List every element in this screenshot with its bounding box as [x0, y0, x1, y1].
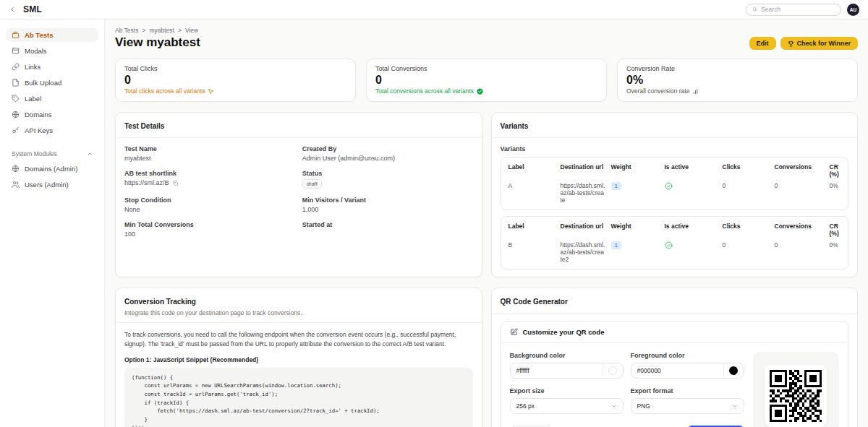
panel-title: Test Details [124, 122, 164, 130]
field-value [302, 230, 473, 238]
sidebar-item-label: API Keys [25, 126, 53, 134]
option1-code-block[interactable]: (function() { const urlParams = new URLS… [124, 368, 473, 427]
field-label: Export format [631, 387, 744, 394]
copy-icon[interactable] [172, 180, 179, 186]
field-label: Test Name [124, 145, 295, 152]
sidebar-item-domains-admin[interactable]: Domains (Admin) [6, 162, 98, 176]
field-label: Status [302, 170, 473, 177]
column-header: Label [509, 223, 558, 237]
app-logo: SML [23, 4, 42, 14]
field-started-at: Started at [302, 221, 473, 238]
field-min-conversions: Min Total Conversions 100 [124, 221, 295, 238]
column-header: Clicks [723, 163, 772, 178]
column-header: Weight [611, 163, 662, 178]
export-size-value: 256 px [516, 402, 535, 410]
section-label: System Modules [12, 150, 57, 158]
weight-badge: 1 [611, 241, 621, 249]
sidebar-item-label: Users (Admin) [25, 181, 69, 189]
stat-card-total-clicks: Total Clicks 0 Total clicks across all v… [115, 59, 356, 102]
field-stop-condition: Stop Condition None [124, 197, 295, 213]
avatar[interactable]: AU [847, 4, 859, 16]
shortlink-url: https://sml.az/B [124, 179, 169, 186]
qr-generator-panel: QR Code Generator Customize your QR code [491, 288, 859, 427]
trophy-icon [788, 40, 794, 47]
stat-label: Conversion Rate [626, 65, 848, 72]
field-test-name: Test Name myabtest [124, 145, 295, 162]
sidebar-item-domains[interactable]: Domains [6, 108, 98, 121]
chevron-down-icon [611, 403, 617, 409]
check-for-winner-button[interactable]: Check for Winner [780, 37, 858, 50]
field-label: Export size [510, 387, 624, 394]
column-header: Clicks [723, 223, 772, 237]
qr-card-title: Customize your QR code [523, 328, 605, 336]
foreground-color-field: Foreground color [631, 352, 744, 379]
chevron-down-icon [732, 403, 738, 409]
key-icon [12, 126, 20, 134]
variant-destination-url: https://dash.sml.az/ab-tests/create [561, 182, 608, 204]
qr-code-preview [765, 365, 827, 427]
qr-preview-area [753, 352, 840, 427]
sidebar-item-users-admin[interactable]: Users (Admin) [6, 178, 98, 191]
sidebar-item-label: Modals [25, 47, 47, 55]
conversion-tracking-panel: Conversion Tracking Integrate this code … [115, 288, 482, 427]
background-color-input[interactable] [511, 367, 603, 374]
search-box[interactable] [746, 4, 841, 16]
background-color-swatch[interactable] [603, 363, 623, 378]
field-label: Background color [510, 352, 624, 359]
breadcrumb-view: View [185, 27, 198, 34]
option1-label: Option 1: JavaScript Snippet (Recommende… [124, 356, 473, 363]
column-header: Is active [665, 223, 720, 237]
test-details-panel: Test Details Test Name myabtest Created … [115, 112, 482, 277]
chevron-left-icon [9, 6, 16, 13]
sidebar-item-label: Domains (Admin) [25, 165, 77, 173]
column-header: Label [509, 163, 558, 178]
tracking-intro: To track conversions, you need to call t… [124, 330, 473, 349]
sidebar-item-ab-tests[interactable]: Ab Tests [6, 28, 98, 42]
column-header: CR (%) [830, 223, 841, 237]
variant-cr: 0% [830, 182, 841, 204]
breadcrumb-myabtest[interactable]: myabtest [149, 27, 174, 34]
sidebar-section-system-modules[interactable]: System Modules [6, 147, 98, 160]
sidebar-item-label: Bulk Upload [25, 79, 61, 87]
foreground-color-input[interactable] [631, 367, 723, 374]
breadcrumb: Ab Tests > myabtest > View [115, 27, 858, 34]
field-label: Stop Condition [124, 197, 295, 204]
pencil-icon [510, 328, 518, 336]
sidebar-item-api-keys[interactable]: API Keys [6, 124, 98, 137]
sidebar-item-label: Links [25, 63, 41, 71]
field-label: Min Visitors / Variant [302, 197, 473, 204]
edit-button[interactable]: Edit [749, 37, 776, 50]
chevron-up-icon [87, 151, 93, 157]
breadcrumb-ab-tests[interactable]: Ab Tests [115, 27, 138, 34]
stat-caption: Total conversions across all variants [375, 87, 474, 95]
foreground-color-swatch[interactable] [723, 363, 744, 378]
sidebar-item-label: Domains [25, 111, 52, 118]
field-label: Created By [302, 145, 473, 152]
field-created-by: Created By Admin User (admin@unsu.com) [302, 145, 473, 162]
stat-card-conversion-rate: Conversion Rate 0% Overall conversion ra… [617, 59, 858, 102]
export-size-field: Export size 256 px [510, 387, 624, 414]
export-size-select[interactable]: 256 px [510, 398, 624, 414]
cursor-click-icon [208, 88, 214, 95]
sidebar-item-bulk-upload[interactable]: Bulk Upload [6, 76, 98, 90]
search-icon [752, 7, 757, 12]
sidebar-item-label-menu[interactable]: Label [6, 92, 98, 105]
column-header: Destination url [561, 163, 608, 178]
stat-value: 0 [124, 74, 346, 87]
panel-subtitle: Integrate this code on your destination … [124, 309, 473, 316]
field-shortlink: AB test shortlink https://sml.az/B [124, 170, 295, 189]
export-format-field: Export format PNG [631, 387, 744, 414]
stat-caption: Total clicks across all variants [124, 87, 205, 95]
tag-icon [12, 95, 20, 103]
sidebar-collapse-button[interactable] [9, 6, 16, 13]
window-icon [12, 47, 20, 55]
field-value: 1,000 [302, 206, 473, 213]
stat-value: 0 [375, 74, 597, 87]
stat-value: 0% [626, 74, 848, 87]
export-format-value: PNG [637, 402, 650, 410]
sidebar-item-links[interactable]: Links [6, 60, 98, 74]
sidebar-item-modals[interactable]: Modals [6, 44, 98, 58]
field-label: Started at [302, 221, 473, 228]
search-input[interactable] [761, 6, 835, 13]
export-format-select[interactable]: PNG [631, 398, 744, 414]
